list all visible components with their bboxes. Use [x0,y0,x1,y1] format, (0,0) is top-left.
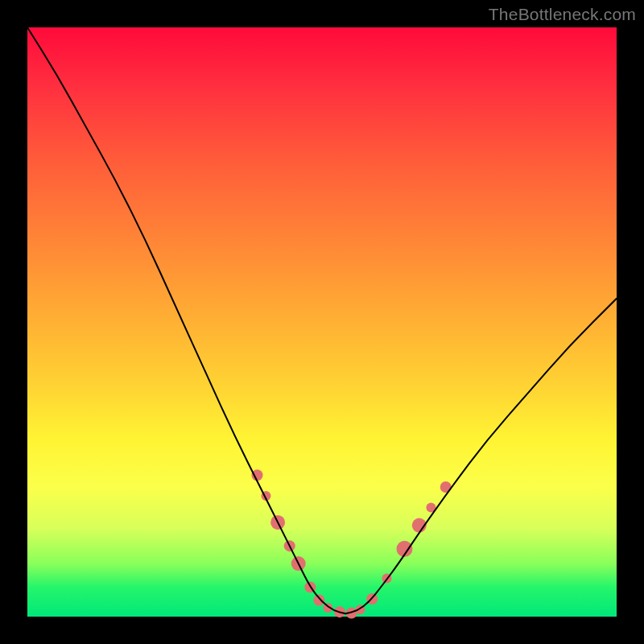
curve-left [27,27,345,613]
markers-group [251,469,451,618]
data-marker [313,595,324,606]
curve-right [345,299,617,614]
plot-area [27,27,617,617]
watermark-text: TheBottleneck.com [489,5,636,24]
data-marker [251,469,262,481]
chart-svg [27,27,617,617]
chart-frame: TheBottleneck.com [0,0,644,644]
